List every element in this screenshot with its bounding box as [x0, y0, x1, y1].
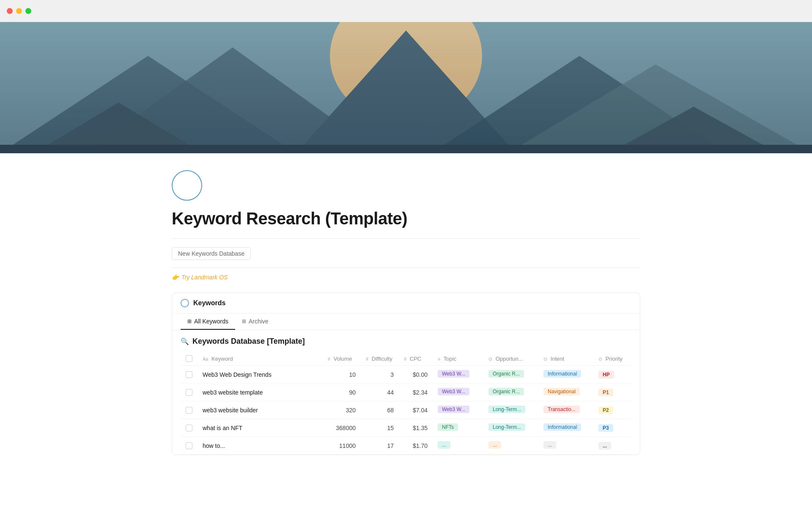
difficulty-cell: 3 — [361, 366, 399, 384]
row-checkbox-cell — [181, 366, 198, 384]
priority-badge[interactable]: P3 — [598, 424, 613, 432]
cpc-cell: $7.04 — [399, 401, 433, 419]
opportunity-cell: Long-Term... — [483, 419, 538, 437]
keywords-database-card: Keywords ⊞ All Keywords ⊞ Archive 🔍 Keyw… — [172, 293, 640, 455]
intent-cell: Transactio... — [538, 401, 593, 419]
topic-tag[interactable]: ... — [438, 441, 450, 449]
opportunity-tag[interactable]: Long-Term... — [488, 406, 525, 413]
table-row: web3 website template 90 44 $2.34 Web3 W… — [181, 384, 631, 401]
tab-archive-label: Archive — [249, 318, 269, 325]
topic-cell: Web3 W... — [433, 384, 483, 401]
opportunity-tag[interactable]: ... — [488, 441, 501, 449]
tab-archive-icon: ⊞ — [242, 318, 246, 324]
table-row: what is an NFT 368000 15 $1.35 NFTs Long… — [181, 419, 631, 437]
cpc-cell: $0.00 — [399, 366, 433, 384]
priority-cell: P1 — [593, 384, 631, 401]
priority-cell: ... — [593, 437, 631, 455]
row-checkbox[interactable] — [186, 425, 192, 431]
row-checkbox[interactable] — [186, 407, 192, 414]
row-checkbox-cell — [181, 437, 198, 455]
row-checkbox[interactable] — [186, 442, 192, 449]
tab-all-keywords[interactable]: ⊞ All Keywords — [181, 314, 235, 330]
maximize-button[interactable] — [25, 8, 31, 14]
hero-banner — [0, 22, 812, 153]
intent-cell: Informational — [538, 419, 593, 437]
priority-badge[interactable]: HP — [598, 371, 614, 378]
row-checkbox[interactable] — [186, 371, 192, 378]
opportunity-cell: Organic R... — [483, 384, 538, 401]
keyword-cell[interactable]: Web3 Web Design Trends — [198, 366, 323, 384]
priority-badge[interactable]: P2 — [598, 406, 613, 414]
minimize-button[interactable] — [16, 8, 22, 14]
keyword-cell[interactable]: what is an NFT — [198, 419, 323, 437]
page-icon — [172, 170, 202, 201]
priority-badge[interactable]: ... — [598, 442, 611, 450]
tabs-bar: ⊞ All Keywords ⊞ Archive — [172, 314, 640, 330]
intent-cell: ... — [538, 437, 593, 455]
row-checkbox-cell — [181, 401, 198, 419]
th-difficulty: # Difficulty — [361, 352, 399, 366]
landmark-os-label: Try Landmark OS — [181, 274, 228, 281]
th-checkbox — [181, 352, 198, 366]
keyword-cell[interactable]: web3 website template — [198, 384, 323, 401]
search-icon: 🔍 — [181, 337, 189, 345]
th-priority: ⊙ Priority — [593, 352, 631, 366]
table-title-text: Keywords Database [Template] — [192, 337, 305, 346]
topic-cell: Web3 W... — [433, 366, 483, 384]
volume-cell: 90 — [323, 384, 361, 401]
intent-tag[interactable]: ... — [543, 441, 556, 449]
table-section-title: 🔍 Keywords Database [Template] — [181, 337, 631, 346]
volume-cell: 10 — [323, 366, 361, 384]
th-cpc: # CPC — [399, 352, 433, 366]
close-button[interactable] — [7, 8, 13, 14]
topic-tag[interactable]: NFTs — [438, 423, 458, 431]
opportunity-cell: Organic R... — [483, 366, 538, 384]
difficulty-cell: 44 — [361, 384, 399, 401]
row-checkbox[interactable] — [186, 389, 192, 396]
keyword-cell[interactable]: web3 website builder — [198, 401, 323, 419]
opportunity-tag[interactable]: Organic R... — [488, 388, 524, 395]
topic-cell: ... — [433, 437, 483, 455]
th-topic: ≡ Topic — [433, 352, 483, 366]
topic-tag[interactable]: Web3 W... — [438, 388, 469, 395]
row-checkbox-cell — [181, 419, 198, 437]
tab-archive[interactable]: ⊞ Archive — [235, 314, 275, 330]
opportunity-tag[interactable]: Long-Term... — [488, 423, 525, 431]
row-checkbox-cell — [181, 384, 198, 401]
intent-tag[interactable]: Transactio... — [543, 406, 580, 413]
tab-all-keywords-icon: ⊞ — [187, 318, 192, 324]
intent-tag[interactable]: Navigational — [543, 388, 580, 395]
intent-tag[interactable]: Informational — [543, 370, 581, 378]
topic-tag[interactable]: Web3 W... — [438, 406, 469, 413]
landmark-os-link[interactable]: 👉 Try Landmark OS — [172, 274, 640, 281]
intent-tag[interactable]: Informational — [543, 423, 581, 431]
table-row: Web3 Web Design Trends 10 3 $0.00 Web3 W… — [181, 366, 631, 384]
topic-cell: Web3 W... — [433, 401, 483, 419]
table-section: 🔍 Keywords Database [Template] Aa Keywor… — [172, 330, 640, 455]
volume-cell: 320 — [323, 401, 361, 419]
priority-badge[interactable]: P1 — [598, 389, 613, 396]
cpc-cell: $1.70 — [399, 437, 433, 455]
th-intent: ⊙ Intent — [538, 352, 593, 366]
table-row: web3 website builder 320 68 $7.04 Web3 W… — [181, 401, 631, 419]
difficulty-cell: 15 — [361, 419, 399, 437]
intent-cell: Informational — [538, 366, 593, 384]
topic-cell: NFTs — [433, 419, 483, 437]
new-keywords-database-button[interactable]: New Keywords Database — [172, 247, 251, 260]
priority-cell: P3 — [593, 419, 631, 437]
cpc-cell: $2.34 — [399, 384, 433, 401]
keyword-cell[interactable]: how to... — [198, 437, 323, 455]
select-all-checkbox[interactable] — [186, 355, 192, 362]
topic-tag[interactable]: Web3 W... — [438, 370, 469, 378]
pointing-emoji: 👉 — [172, 274, 179, 281]
titlebar — [0, 0, 812, 22]
opportunity-cell: ... — [483, 437, 538, 455]
table-row: how to... 11000 17 $1.70 ... ... ... ... — [181, 437, 631, 455]
table-header-row: Aa Keyword # Volume # Difficulty # — [181, 352, 631, 366]
svg-rect-9 — [0, 145, 812, 153]
th-volume: # Volume — [323, 352, 361, 366]
keywords-table: Aa Keyword # Volume # Difficulty # — [181, 352, 631, 455]
th-opportunity: ⊙ Opportun... — [483, 352, 538, 366]
opportunity-tag[interactable]: Organic R... — [488, 370, 524, 378]
difficulty-cell: 17 — [361, 437, 399, 455]
